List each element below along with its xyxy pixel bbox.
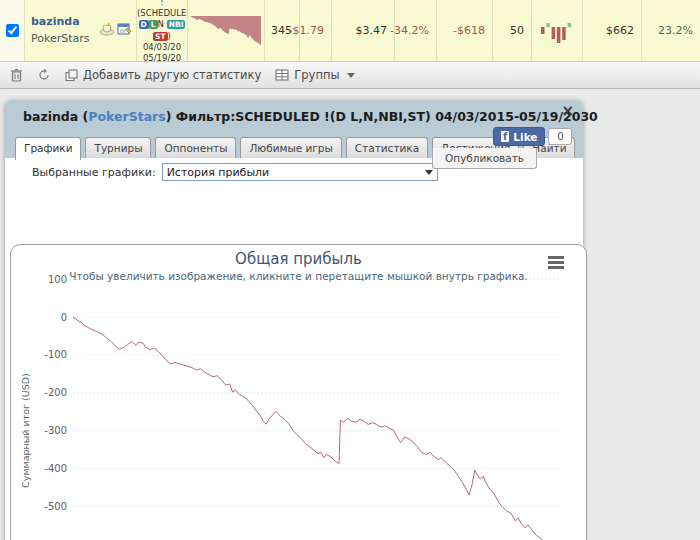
popup-header: bazinda (PokerStars) Фильтр:SCHEDULED !(… <box>5 100 583 158</box>
stake-bars-chart[interactable] <box>539 14 575 48</box>
tab-2[interactable]: Оппоненты <box>155 137 236 158</box>
groups-grid-icon <box>275 69 289 81</box>
popup-title-filter: Фильтр:SCHEDULED !(D L,N,NBI,ST) 04/03/2… <box>176 109 598 124</box>
badge-d: D <box>139 20 149 29</box>
like-button[interactable]: f Like <box>493 127 545 146</box>
filter-excl: ! <box>137 0 187 8</box>
stake-bars-cell[interactable] <box>532 0 583 61</box>
svg-text:0: 0 <box>61 312 67 323</box>
itm-percent: 23.2% <box>642 0 700 61</box>
filter-date-from: 04/03/20 <box>137 42 187 53</box>
score-value: 50 <box>493 0 532 61</box>
svg-text:Суммарный итог (USD): Суммарный итог (USD) <box>20 373 31 488</box>
total-stake: $662 <box>583 0 642 61</box>
sparkline-cell[interactable] <box>188 0 265 61</box>
popup-title: bazinda (PokerStars) Фильтр:SCHEDULED !(… <box>23 109 598 124</box>
select-dropdown-arrow <box>425 170 433 175</box>
tab-3[interactable]: Любимые игры <box>240 137 341 158</box>
popup-title-player: bazinda <box>23 109 78 124</box>
groups-label: Группы <box>294 68 339 82</box>
refresh-button[interactable] <box>37 68 51 82</box>
chart-menu-icon[interactable] <box>548 256 564 271</box>
close-icon[interactable]: × <box>561 104 574 119</box>
filter-close: ) <box>168 31 171 41</box>
roi-value: -34.2% <box>395 0 437 61</box>
tab-1[interactable]: Турниры <box>85 137 151 158</box>
chart-subtitle: Чтобы увеличить изображение, кликните и … <box>11 270 586 282</box>
filter-badges-line1: DLN NBI <box>137 19 187 30</box>
badge-n: N <box>158 19 164 29</box>
facebook-like-widget: f Like 0 <box>493 127 572 146</box>
avg-profit: -$1.79 <box>300 0 332 61</box>
like-label: Like <box>513 131 537 143</box>
badge-nbi: NBI <box>167 20 186 29</box>
chevron-down-icon <box>347 73 355 78</box>
badge-l: L <box>149 20 158 29</box>
calendar-edit-icon[interactable] <box>117 22 132 39</box>
copy-icon <box>65 69 78 82</box>
svg-text:-400: -400 <box>44 463 67 474</box>
player-cell: bazinda PokerStars <box>25 0 137 61</box>
site-label: PokerStars <box>31 31 90 48</box>
chart-frame: 1000-100-200-300-400-500-600-70005010015… <box>10 244 587 540</box>
add-statistic-button[interactable]: Добавить другую статистику <box>65 68 261 82</box>
stats-table-row: bazinda PokerStars <box>0 0 700 62</box>
svg-text:-200: -200 <box>44 387 67 398</box>
facebook-f-icon: f <box>501 131 509 142</box>
svg-text:-100: -100 <box>44 349 67 360</box>
cup-icon[interactable] <box>99 22 115 39</box>
add-statistic-label: Добавить другую статистику <box>83 68 261 82</box>
filter-text: (SCHEDULED <box>137 8 187 19</box>
like-count: 0 <box>548 128 572 145</box>
chart-title: Общая прибыль <box>11 250 586 268</box>
graph-type-select[interactable]: История прибыли <box>162 163 438 181</box>
total-profit: -$618 <box>437 0 493 61</box>
select-graphs-label: Выбранные графики: <box>32 166 156 179</box>
table-toolbar: Добавить другую статистику Группы <box>0 62 700 89</box>
avg-stake: $3.47 <box>332 0 395 61</box>
svg-text:-500: -500 <box>44 501 67 512</box>
refresh-icon <box>37 68 51 82</box>
popup-site-link[interactable]: PokerStars <box>88 109 165 124</box>
trash-icon <box>10 68 23 82</box>
delete-button[interactable] <box>10 68 23 82</box>
popup-content: Выбранные графики: История прибыли 1000-… <box>5 158 583 540</box>
row-checkbox[interactable] <box>6 24 19 37</box>
row-checkbox-cell <box>0 0 25 61</box>
tab-publish[interactable]: Опубликовать <box>432 148 537 169</box>
profit-chart[interactable]: 1000-100-200-300-400-500-600-70005010015… <box>11 245 586 540</box>
tab-4[interactable]: Статистика <box>346 137 428 158</box>
filter-cell: ! (SCHEDULED DLN NBI ST) 04/03/20 05/19/… <box>137 0 188 61</box>
player-name-link[interactable]: bazinda <box>31 14 90 31</box>
filter-badges-line2: ST) <box>137 31 187 42</box>
groups-button[interactable]: Группы <box>275 68 354 82</box>
tab-0[interactable]: Графики <box>15 137 81 160</box>
graph-type-selected-value: История прибыли <box>167 166 270 179</box>
profit-sparkline[interactable] <box>189 9 264 53</box>
player-stats-popup: bazinda (PokerStars) Фильтр:SCHEDULED !(… <box>5 100 583 540</box>
badge-st: ST <box>153 32 168 41</box>
svg-text:-300: -300 <box>44 425 67 436</box>
